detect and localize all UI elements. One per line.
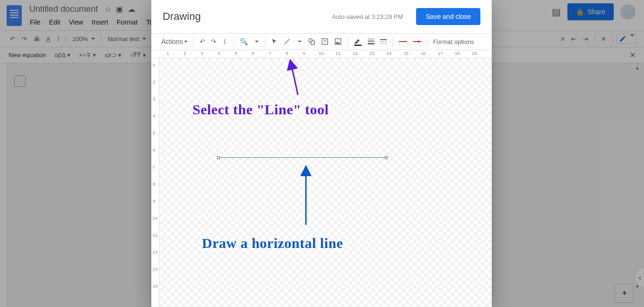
actions-menu[interactable]: Actions xyxy=(159,35,190,48)
drawing-canvas[interactable]: Select the "Line" tool Draw a horizontal… xyxy=(159,58,492,307)
line-icon xyxy=(283,38,291,45)
dialog-header: Drawing Auto-saved at 3:23:29 PM Save an… xyxy=(151,0,492,33)
svg-rect-5 xyxy=(354,45,361,46)
annotation-line-tool: Select the "Line" tool xyxy=(192,102,329,118)
dialog-title: Drawing xyxy=(163,10,201,23)
actions-label: Actions xyxy=(161,38,183,45)
shape-tool[interactable] xyxy=(305,35,318,48)
line-start-button[interactable] xyxy=(396,35,409,48)
drawing-toolbar: Actions ↶ ↷ ⟟ 🔍 T Format options xyxy=(151,33,492,50)
textbox-tool[interactable]: T xyxy=(319,35,331,48)
undo-button[interactable]: ↶ xyxy=(197,35,208,48)
paint-format-button[interactable]: ⟟ xyxy=(220,35,230,48)
zoom-button[interactable]: 🔍 xyxy=(237,35,250,48)
cursor-icon xyxy=(271,38,278,45)
annotation-arrow-purple xyxy=(282,58,311,96)
line-weight-icon xyxy=(368,39,374,44)
zoom-menu[interactable] xyxy=(251,35,261,48)
format-options-button[interactable]: Format options xyxy=(431,35,477,48)
line-dash-button[interactable] xyxy=(378,35,389,48)
save-and-close-button[interactable]: Save and close xyxy=(416,8,480,25)
line-start-icon xyxy=(399,41,407,42)
line-end-button[interactable] xyxy=(410,35,424,48)
line-tool[interactable] xyxy=(281,35,293,48)
drawn-horizontal-line[interactable] xyxy=(218,157,386,158)
annotation-arrow-blue xyxy=(296,164,315,226)
annotation-draw-line: Draw a horizontal line xyxy=(202,235,343,251)
pencil-underline-icon xyxy=(354,37,362,46)
textbox-icon: T xyxy=(321,38,329,45)
svg-text:T: T xyxy=(323,39,326,44)
line-dash-icon xyxy=(380,39,387,44)
image-icon xyxy=(334,38,342,45)
line-tool-menu[interactable] xyxy=(294,35,305,48)
svg-rect-1 xyxy=(311,41,314,44)
horizontal-ruler: 12345678910111213141516171819 xyxy=(151,50,492,58)
select-tool[interactable] xyxy=(269,35,280,48)
drawing-dialog: Drawing Auto-saved at 3:23:29 PM Save an… xyxy=(151,0,492,307)
line-end-icon xyxy=(413,41,421,42)
line-weight-button[interactable] xyxy=(366,35,377,48)
shape-icon xyxy=(308,38,315,45)
image-tool[interactable] xyxy=(332,35,344,48)
autosave-status: Auto-saved at 3:23:29 PM xyxy=(332,13,403,20)
line-color-button[interactable] xyxy=(351,35,365,48)
vertical-ruler-dialog: 1234567891011121314 xyxy=(151,58,159,307)
redo-button[interactable]: ↷ xyxy=(209,35,219,48)
